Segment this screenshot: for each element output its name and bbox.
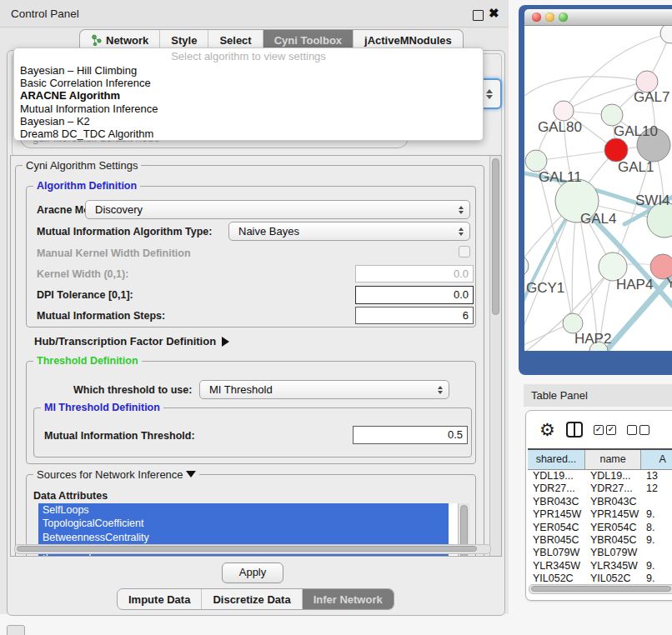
network-edge[interactable] [524,202,574,334]
node-gcy1-label: GCY1 [526,280,564,296]
combo-arrows-icon [459,201,464,218]
table-cell: YLR345W [528,560,585,572]
table-cell: YBR043C [585,496,641,508]
algorithm-option-aracne-algorithm[interactable]: ARACNE Algorithm [14,89,483,102]
combo-arrows-icon [459,222,464,240]
network-graph[interactable]: GAL7GAL80GAL10GAL1SWI4GAL11GAL4GCY1HAP4Y… [524,26,672,351]
mi-type-combo[interactable]: Naive Bayes [228,222,470,241]
settings-vertical-scrollbar[interactable] [489,156,501,556]
settings-horizontal-scrollbar-thumb[interactable] [17,546,477,552]
table-row[interactable]: YDR27...YDR27...12 [528,482,672,495]
table-cell: YDR27... [528,482,585,495]
close-traffic-light-icon[interactable] [532,12,541,22]
node-gcy1[interactable] [524,255,529,277]
tab-discretize-data[interactable]: Discretize Data [201,589,301,609]
node-partial-top[interactable] [660,26,672,43]
settings-vertical-scrollbar-thumb[interactable] [492,158,499,315]
table-cell: YDL19... [585,470,641,482]
unchecked-box-icon [627,425,637,435]
settings-horizontal-scrollbar[interactable] [14,544,491,554]
algorithm-dropdown-popup: Select algorithm to view settings Bayesi… [13,48,484,141]
algorithm-popup-placeholder: Select algorithm to view settings [14,48,483,64]
table-row[interactable]: YLR345WYLR345W9. [528,560,672,572]
attribute-item[interactable]: BetweennessCentrality [38,531,449,544]
control-panel-title: Control Panel [11,8,79,20]
network-edge[interactable] [536,150,616,161]
cyni-bottom-tabs: Impute DataDiscretize DataInfer Network [117,588,394,610]
which-threshold-label: Which threshold to use: [73,384,192,396]
network-canvas[interactable]: GAL7GAL80GAL10GAL1SWI4GAL11GAL4GCY1HAP4Y… [524,26,672,351]
table-cell: YPR145W [585,508,641,521]
expand-right-icon [222,337,229,347]
algorithm-option-basic-correlation-inference[interactable]: Basic Correlation Inference [14,77,483,89]
column-header-shared-[interactable]: shared... [528,450,585,469]
algorithm-option-bayesian-hill-climbing[interactable]: Bayesian – Hill Climbing [14,64,483,77]
column-header-name[interactable]: name [585,450,641,469]
gear-icon[interactable]: ⚙ [539,421,555,438]
table-cell: YPR145W [528,508,585,521]
algorithm-option-mutual-information-inference[interactable]: Mutual Information Inference [14,102,483,115]
mi-steps-field[interactable]: 6 [355,307,474,324]
spinner-down-icon [486,95,493,99]
cyni-algorithm-settings-title: Cyni Algorithm Settings [23,159,141,172]
table-cell [641,496,672,508]
table-horizontal-scrollbar[interactable] [529,584,672,594]
threshold-definition-group: Threshold Definition Which threshold to … [26,361,476,464]
tab-label: Style [171,34,197,47]
kernel-width-field[interactable]: 0.0 [355,265,474,282]
minimize-traffic-light-icon[interactable] [545,12,554,22]
column-header-a[interactable]: A [641,450,672,469]
table-row[interactable]: YPR145WYPR145W9. [528,508,672,521]
close-icon[interactable]: ✖ [489,6,499,21]
unselect-all-columns-icon[interactable] [627,425,649,435]
table-cell: 9. [641,534,672,547]
algorithm-option-bayesian-k2[interactable]: Bayesian – K2 [14,115,483,128]
node-gal7-label: GAL7 [634,89,669,105]
tab-label: Select [219,34,251,47]
table-row[interactable]: YBR045CYBR045C9. [528,534,672,547]
table-cell: 9. [641,560,672,572]
zoom-traffic-light-icon[interactable] [559,12,568,22]
hub-definition-toggle[interactable]: Hub/Transcription Factor Definition [34,335,229,348]
node-gal1[interactable] [604,138,628,162]
network-edge[interactable] [524,77,647,99]
dpi-tolerance-field[interactable]: 0.0 [355,286,474,304]
node-table[interactable]: shared...nameAYDL19...YDL19...13YDR27...… [528,448,672,586]
tab-infer-network[interactable]: Infer Network [302,589,394,609]
node-swi4-label: SWI4 [635,192,670,208]
float-window-icon[interactable] [473,10,484,21]
table-cell: 9. [641,508,672,521]
threshold-definition-title: Threshold Definition [33,355,142,367]
algorithm-option-dream8-dc-tdc-algorithm[interactable]: Dream8 DC_TDC Algorithm [14,128,483,140]
apply-button[interactable]: Apply [222,562,283,583]
sources-title-label: Sources for Network Inference [37,468,183,481]
which-threshold-combo[interactable]: MI Threshold [199,380,449,399]
manual-kernel-checkbox[interactable] [459,246,470,258]
table-row[interactable]: YBL079WYBL079W [528,547,672,559]
node-gal1-label: GAL1 [618,159,654,175]
attribute-item[interactable]: SelfLoops [38,503,449,517]
network-icon [91,34,102,46]
table-cell: YBL079W [585,547,641,559]
network-window-titlebar[interactable] [524,9,672,26]
attribute-item[interactable]: TopologicalCoefficient [38,517,449,530]
aracne-mode-combo[interactable]: Discovery [85,200,470,219]
minimized-panel-icon[interactable] [7,625,25,635]
table-row[interactable]: YBR043CYBR043C [528,496,672,508]
select-all-columns-icon[interactable]: ✓ ✓ [594,425,616,435]
table-horizontal-scrollbar-thumb[interactable] [531,586,671,592]
table-row[interactable]: YDL19...YDL19...13 [528,470,672,482]
table-row[interactable]: YER054CYER054C8. [528,522,672,534]
columns-icon[interactable] [566,422,583,438]
node-gal80-label: GAL80 [538,119,582,135]
table-cell: YLR345W [585,560,641,572]
sources-group-title[interactable]: Sources for Network Inference [33,468,199,481]
table-cell: YDL19... [528,470,585,482]
node-gal80[interactable] [554,101,574,121]
tab-label: Infer Network [313,593,383,606]
tab-impute-data[interactable]: Impute Data [118,589,201,609]
which-threshold-value: MI Threshold [209,383,273,396]
mi-threshold-field[interactable]: 0.5 [353,426,468,444]
table-cell: YER054C [585,522,641,534]
node-hap4-label: HAP4 [616,277,653,292]
